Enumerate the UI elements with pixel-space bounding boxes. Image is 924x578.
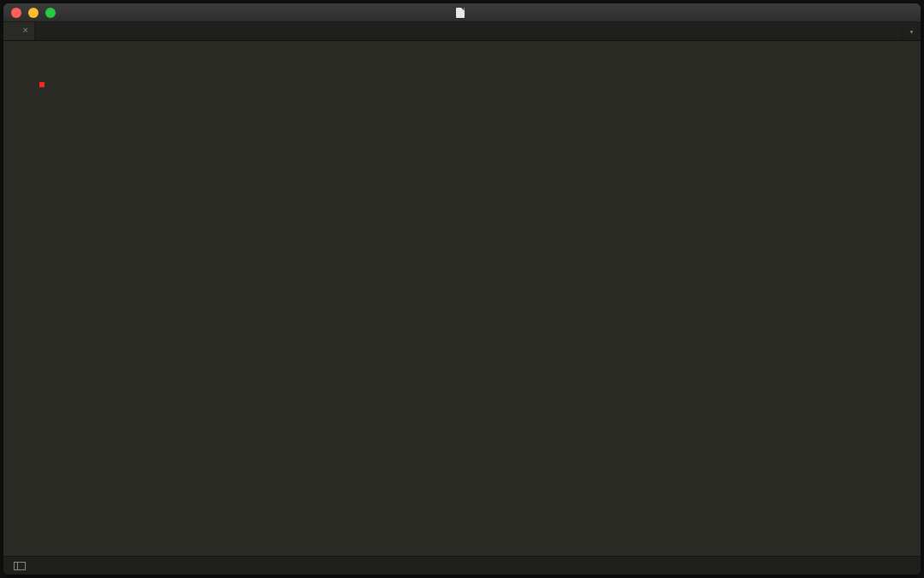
maximize-icon[interactable] xyxy=(45,8,56,18)
editor-window: × ▾ xyxy=(3,3,921,575)
tab-config[interactable]: × xyxy=(3,22,35,40)
line-number-gutter xyxy=(3,41,39,556)
minimize-icon[interactable] xyxy=(28,8,38,18)
tab-bar: × ▾ xyxy=(3,22,921,41)
status-bar xyxy=(3,556,921,575)
highlight-annotation xyxy=(39,82,44,87)
window-title xyxy=(3,8,921,18)
panel-toggle-icon[interactable] xyxy=(14,562,26,570)
close-icon[interactable] xyxy=(11,8,21,18)
titlebar xyxy=(3,3,921,22)
window-controls xyxy=(11,8,56,18)
file-icon xyxy=(456,8,465,18)
code-content[interactable] xyxy=(39,41,921,556)
tab-overflow-button[interactable]: ▾ xyxy=(902,22,921,40)
editor-area[interactable] xyxy=(3,41,921,556)
close-icon[interactable]: × xyxy=(23,26,28,35)
